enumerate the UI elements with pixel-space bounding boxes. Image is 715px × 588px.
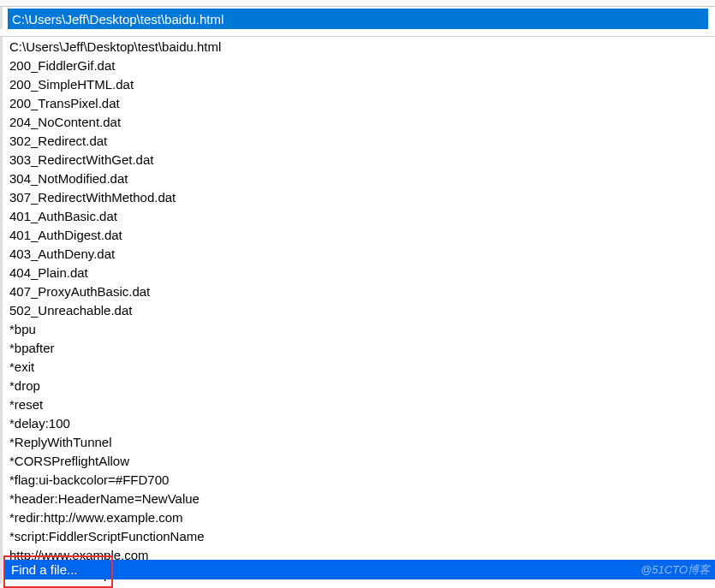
list-item[interactable]: 204_NoContent.dat (3, 113, 715, 132)
path-input-container (0, 7, 715, 29)
list-item[interactable]: 404_Plain.dat (3, 264, 715, 282)
list-item[interactable]: *drop (3, 377, 715, 395)
list-item[interactable]: *exit (3, 358, 715, 377)
list-item[interactable]: *script:FiddlerScriptFunctionName (3, 527, 715, 546)
list-item[interactable]: 302_Redirect.dat (3, 132, 715, 151)
find-a-file-item[interactable]: Find a file... (4, 560, 715, 579)
list-item[interactable]: *flag:ui-backcolor=#FFD700 (3, 471, 715, 490)
list-item[interactable]: C:\Users\Jeff\Desktop\test\baidu.html (3, 38, 715, 56)
list-item[interactable]: *ReplyWithTunnel (3, 433, 715, 452)
list-item[interactable]: 307_RedirectWithMethod.dat (3, 188, 715, 207)
list-item[interactable]: *header:HeaderName=NewValue (3, 490, 715, 508)
list-item[interactable]: *bpu (3, 320, 715, 339)
list-item[interactable]: *CORSPreflightAllow (3, 452, 715, 471)
list-item[interactable]: 200_FiddlerGif.dat (3, 56, 715, 75)
list-item[interactable]: 200_TransPixel.dat (3, 94, 715, 113)
list-item[interactable]: 200_SimpleHTML.dat (3, 75, 715, 94)
list-item[interactable]: *delay:100 (3, 414, 715, 433)
list-item[interactable]: 401_AuthBasic.dat (3, 207, 715, 226)
list-item[interactable]: 502_Unreachable.dat (3, 301, 715, 320)
list-item[interactable]: 403_AuthDeny.dat (3, 245, 715, 264)
list-item[interactable]: *reset (3, 395, 715, 414)
list-item[interactable]: 401_AuthDigest.dat (3, 226, 715, 245)
list-item[interactable]: 303_RedirectWithGet.dat (3, 151, 715, 169)
autocomplete-list: C:\Users\Jeff\Desktop\test\baidu.html 20… (0, 36, 715, 584)
list-item[interactable]: *bpafter (3, 339, 715, 358)
list-item[interactable]: 304_NotModified.dat (3, 169, 715, 188)
top-border (0, 0, 715, 7)
file-path-input[interactable] (8, 9, 708, 29)
list-item[interactable]: 407_ProxyAuthBasic.dat (3, 282, 715, 301)
list-item[interactable]: *redir:http://www.example.com (3, 508, 715, 527)
